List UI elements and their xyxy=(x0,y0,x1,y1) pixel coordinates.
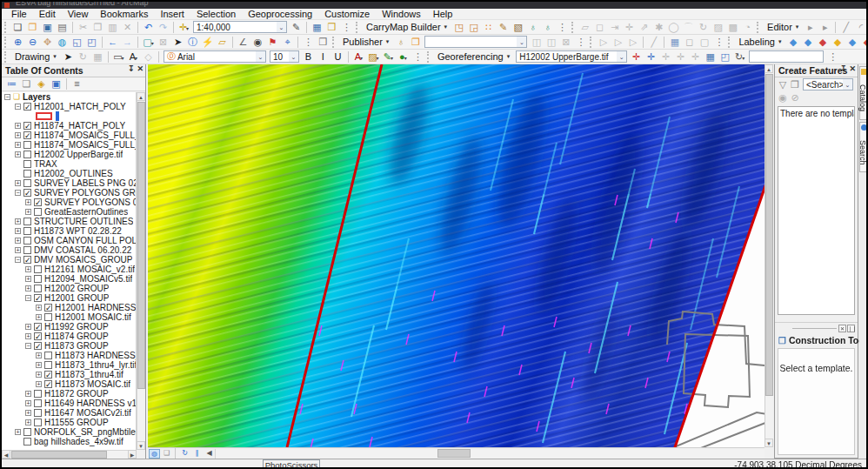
map-vscroll-thumb[interactable] xyxy=(765,74,773,396)
expander-expand-icon[interactable]: + xyxy=(25,410,31,416)
fill-color-icon[interactable]: ▨▾ xyxy=(367,50,380,64)
expander-collapse-icon[interactable]: − xyxy=(25,295,31,301)
layer-label[interactable]: SURVEY POLYGONS GROUP xyxy=(34,188,136,198)
error-inspector-icon[interactable]: ▢ xyxy=(698,36,711,49)
menu-customize[interactable]: Customize xyxy=(318,9,376,19)
auto-registration-icon[interactable]: ✛ xyxy=(644,50,658,64)
carrymap-builder-menu[interactable]: CarryMap Builder▾ xyxy=(362,21,451,34)
layer-label[interactable]: H11873_1thru4_lyr.tif xyxy=(55,360,136,370)
italic-icon[interactable]: I xyxy=(317,50,330,64)
layer-visibility-checkbox[interactable]: ✓ xyxy=(44,371,52,379)
publisher-globe-icon[interactable]: ♁ xyxy=(394,36,407,49)
toc-scroll-thumb[interactable] xyxy=(137,102,145,389)
link-table-icon[interactable]: ▦ xyxy=(704,50,717,64)
layer-visibility-checkbox[interactable]: ✓ xyxy=(23,122,31,130)
forward-extent-icon[interactable]: → xyxy=(121,36,134,49)
cut-icon[interactable]: ✂ xyxy=(77,21,90,34)
toc-layer-item[interactable]: −✓H11873 GROUP xyxy=(2,341,136,351)
measure-icon[interactable]: ∠ xyxy=(237,36,250,49)
map-vertical-scrollbar[interactable]: ▲ ▼ xyxy=(765,64,773,447)
expander-collapse-icon[interactable]: − xyxy=(15,104,21,110)
toc-layer-item[interactable]: +✓H11874_HATCH_POLY xyxy=(2,121,136,131)
toc-layer-item[interactable]: +H11873 HARDNESS_1.tif xyxy=(2,351,136,360)
layer-label[interactable]: H11873_1thru4.tif xyxy=(55,370,124,379)
refresh-view-button[interactable]: ↻ xyxy=(179,449,190,459)
zoom-in-icon[interactable]: ⊕ xyxy=(11,36,24,49)
toc-layer-item[interactable]: +✓H11874_MOSAICS_FULL_TIFF xyxy=(2,131,136,140)
expander-expand-icon[interactable]: + xyxy=(25,276,31,282)
toc-layer-item[interactable]: +H11647 MOSAICv2i.tif xyxy=(2,408,136,418)
layer-visibility-checkbox[interactable]: ✓ xyxy=(34,198,42,206)
layer-label[interactable]: H12001 MOSAIC.tif xyxy=(55,312,131,322)
toc-layer-item[interactable]: +H11872 GROUP xyxy=(2,389,136,399)
bold-icon[interactable]: B xyxy=(302,50,315,64)
layer-visibility-checkbox[interactable]: ✓ xyxy=(34,332,42,340)
toolbar-overflow-icon[interactable]: ⋮ xyxy=(302,36,315,49)
reshape-icon[interactable]: ◻ xyxy=(593,21,606,34)
toc-layer-item[interactable]: +✓H11874 GROUP xyxy=(2,332,136,341)
menu-selection[interactable]: Selection xyxy=(190,9,242,19)
expander-expand-icon[interactable]: + xyxy=(15,180,21,186)
toolbar-overflow-icon[interactable]: ⋮ xyxy=(340,21,353,34)
toc-layer-item[interactable]: +GreatEasternOutlines xyxy=(2,207,136,217)
continue-sketch-icon[interactable]: ⇗ xyxy=(638,21,651,34)
map-hscroll-thumb[interactable] xyxy=(437,449,471,458)
menu-bookmarks[interactable]: Bookmarks xyxy=(94,9,154,19)
layer-visibility-checkbox[interactable] xyxy=(23,141,31,149)
layer-legend-row[interactable] xyxy=(2,111,136,121)
toolbar-grip[interactable] xyxy=(757,22,760,33)
toc-header[interactable]: Table Of Contents ↧✕ xyxy=(2,64,145,77)
splitter-expand-icon[interactable]: ❘❘ xyxy=(847,325,855,332)
toc-layer-item[interactable]: +OSM CANYON FULL POLY 3857_05.2 xyxy=(2,236,136,245)
carrymap-globe2-icon[interactable]: ♁ xyxy=(541,21,554,34)
html-popup-icon[interactable]: ▱ xyxy=(216,36,229,49)
toc-layer-item[interactable]: +✓H11992 GROUP xyxy=(2,322,136,332)
toolbar-overflow-icon[interactable]: ⋮ xyxy=(826,50,839,64)
expander-expand-icon[interactable]: + xyxy=(15,132,21,138)
move-feature-icon[interactable]: ⇥ xyxy=(608,21,621,34)
toolbar-grip[interactable] xyxy=(4,22,8,33)
toc-layer-item[interactable]: +STRUCTURE OUTLINES xyxy=(2,217,136,226)
layer-visibility-checkbox[interactable] xyxy=(23,428,31,436)
expander-collapse-icon[interactable]: − xyxy=(4,94,10,100)
carrymap-edit-icon[interactable]: ✎ xyxy=(497,21,510,34)
layer-label[interactable]: H12161 MOSAIC_v2.tif xyxy=(44,265,135,274)
shift-raster-icon[interactable]: ✛ xyxy=(659,50,672,64)
line-color-icon[interactable]: ✎▾ xyxy=(382,50,395,64)
toolbar-grip[interactable] xyxy=(4,37,8,48)
list-by-source-icon[interactable]: ❏ xyxy=(20,77,33,90)
hatch-poly-legend-swatch[interactable] xyxy=(36,112,52,120)
carrymap-globe-icon[interactable]: ♁ xyxy=(526,21,539,34)
editor-toolbar-toggle-icon[interactable]: ✎ xyxy=(290,21,303,34)
layer-label[interactable]: H11873 GROUP xyxy=(44,341,109,351)
font-size-combo[interactable]: 10⌄ xyxy=(270,50,299,63)
toc-layer-item[interactable]: +H12094_MOSAICv5.tif xyxy=(2,274,136,284)
layout-view-button[interactable]: ❏ xyxy=(161,449,172,459)
layer-label[interactable]: H12001 GROUP xyxy=(44,293,109,303)
expander-expand-icon[interactable]: + xyxy=(36,362,42,368)
circle-tool-icon[interactable]: ◯ xyxy=(667,21,680,34)
splitter-close-icon[interactable]: ✕ xyxy=(838,325,846,332)
rectangle-tool-icon[interactable]: ▭▾ xyxy=(112,50,125,64)
find-route-icon[interactable]: ⚑ xyxy=(266,36,279,49)
toolbar-overflow-icon[interactable]: ⋮ xyxy=(411,50,424,64)
toc-layer-item[interactable]: +H11555 GROUP xyxy=(2,418,136,427)
clear-search-icon[interactable]: ⊘ xyxy=(790,91,800,104)
list-by-visibility-icon[interactable]: ◈ xyxy=(35,77,48,90)
undo-icon[interactable]: ↶ xyxy=(142,21,155,34)
layer-label[interactable]: H11874_HATCH_POLY xyxy=(34,121,125,131)
layer-label[interactable]: H11874_MOSAICS_FULL_TIFF xyxy=(34,140,136,150)
print-icon[interactable]: ▤ xyxy=(56,21,69,34)
toc-layer-item[interactable]: −✓SURVEY POLYGONS GROUP xyxy=(2,188,136,198)
expander-collapse-icon[interactable]: − xyxy=(15,257,21,263)
layer-visibility-checkbox[interactable] xyxy=(23,151,31,158)
panel-splitter[interactable]: ✕ ❘❘ xyxy=(775,322,858,334)
toc-layer-item[interactable]: +H12002 UpperBarge.tif xyxy=(2,150,136,159)
toc-layer-item[interactable]: +✓H11873_1thru4.tif xyxy=(2,370,136,379)
rotate-raster-icon[interactable]: ✛ xyxy=(689,50,702,64)
layer-label[interactable]: H12002 UpperBarge.tif xyxy=(34,150,123,159)
expander-expand-icon[interactable]: + xyxy=(15,228,21,234)
layer-label[interactable]: H11873 MOSAIC.tif xyxy=(55,379,130,389)
toc-layer-item[interactable]: bag hillshades_4x9w.tif xyxy=(2,437,136,446)
scale-combo[interactable]: 1:40,000⌄ xyxy=(193,21,287,33)
